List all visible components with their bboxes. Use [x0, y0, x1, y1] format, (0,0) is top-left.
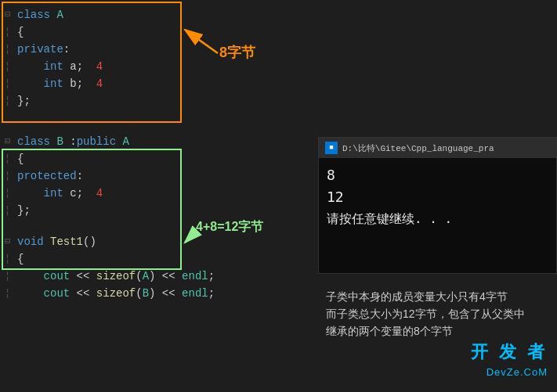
- line-marker-1: ¦: [5, 23, 17, 41]
- output-line-2: 12: [327, 186, 548, 208]
- test-func-open: ¦ {: [0, 250, 266, 268]
- output-line-1: 8: [327, 164, 548, 186]
- desc-line-2: 而子类总大小为12字节，包含了从父类中: [326, 305, 549, 322]
- annotation-12bytes: 4+8=12字节: [196, 219, 263, 236]
- classname-a: A: [56, 6, 63, 23]
- annotation-8bytes: 8字节: [219, 43, 255, 62]
- class-a-close: ¦ };: [0, 92, 266, 110]
- line-marker-3: ¦: [5, 58, 17, 75]
- test-func-header: ⊟ void Test1 (): [0, 233, 266, 250]
- line-marker-12: ¦: [5, 285, 17, 302]
- console-icon: ■: [325, 142, 338, 154]
- collapse-icon: ⊟: [5, 6, 17, 23]
- class-a-header: ⊟ class A: [0, 6, 266, 23]
- blank-line-1: [0, 110, 266, 133]
- watermark-bottom: DevZe.CoM: [486, 365, 548, 379]
- line-marker-11: ¦: [5, 268, 17, 285]
- class-a-int-b: ¦ int b; 4: [0, 75, 266, 92]
- console-panel: ■ D:\比特\Gitee\Cpp_language_pra 8 12 请按任意…: [318, 137, 557, 274]
- class-b-close: ¦ };: [0, 202, 266, 219]
- test-func-sizeof-b: ¦ cout << sizeof ( B ) << endl ;: [0, 285, 266, 302]
- console-title-bar: ■ D:\比特\Gitee\Cpp_language_pra: [319, 138, 556, 158]
- line-marker-10: ¦: [5, 250, 17, 268]
- line-marker-2: ¦: [5, 41, 17, 58]
- class-b-protected: ¦ protected :: [0, 167, 266, 185]
- console-path: D:\比特\Gitee\Cpp_language_pra: [342, 142, 494, 154]
- line-marker-9: ¦: [5, 202, 17, 219]
- console-output: 8 12 请按任意键继续. . .: [319, 158, 556, 236]
- line-marker-6: ¦: [5, 150, 17, 167]
- class-b-int-c: ¦ int c; 4: [0, 185, 266, 202]
- desc-line-3: 继承的两个变量的8个字节: [326, 322, 549, 340]
- class-a-open-brace: ¦ {: [0, 23, 266, 41]
- line-marker-8: ¦: [5, 185, 17, 202]
- class-b-open-brace: ¦ {: [0, 150, 266, 167]
- test-func-sizeof-a: ¦ cout << sizeof ( A ) << endl ;: [0, 268, 266, 285]
- line-marker-7: ¦: [5, 167, 17, 185]
- line-marker-5: ¦: [5, 92, 17, 110]
- watermark-top: 开 发 者: [471, 340, 548, 364]
- keyword-class-a: class: [17, 6, 56, 23]
- desc-line-1: 子类中本身的成员变量大小只有4字节: [326, 288, 549, 305]
- collapse-icon-test: ⊟: [5, 233, 17, 250]
- class-b-header: ⊟ class B : public A: [0, 133, 266, 150]
- output-line-3: 请按任意键继续. . .: [327, 208, 548, 230]
- line-marker-4: ¦: [5, 75, 17, 92]
- collapse-icon-b: ⊟: [5, 133, 17, 150]
